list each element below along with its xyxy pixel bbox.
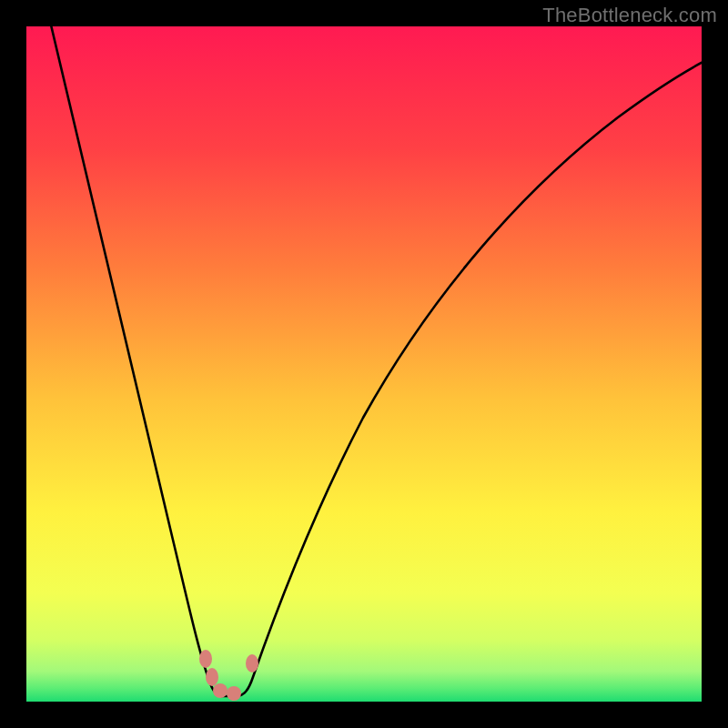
svg-point-3 bbox=[213, 683, 228, 698]
svg-point-1 bbox=[199, 650, 212, 668]
svg-point-4 bbox=[227, 686, 241, 701]
bottleneck-curve bbox=[26, 26, 702, 702]
svg-point-5 bbox=[246, 654, 258, 672]
curve-marker-dots bbox=[199, 650, 258, 701]
plot-area bbox=[26, 26, 702, 702]
svg-point-2 bbox=[206, 668, 218, 686]
watermark-text: TheBottleneck.com bbox=[542, 4, 717, 27]
